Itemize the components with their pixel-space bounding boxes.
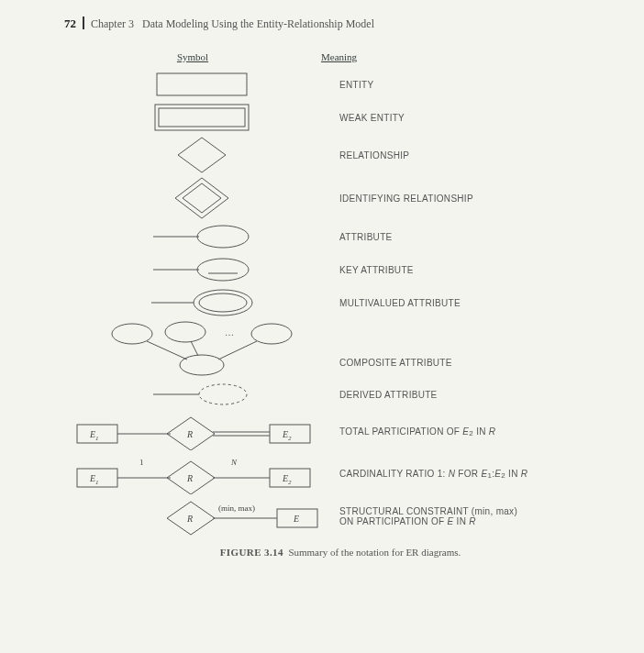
multivalued-attribute-icon [150,288,254,317]
svg-text:E2: E2 [282,429,292,442]
figure-number: FIGURE 3.14 [220,547,283,558]
page-scan: 72 Chapter 3 Data Modeling Using the Ent… [0,0,644,567]
separator-bar [83,17,84,29]
svg-text:R: R [186,429,193,439]
svg-point-9 [197,259,249,281]
label-attribute: ATTRIBUTE [339,232,393,242]
row-attribute: ATTRIBUTE [64,220,616,253]
label-ident-relationship: IDENTIFYING RELATIONSHIP [339,194,473,204]
row-multivalued-attribute: MULTIVALUED ATTRIBUTE [64,286,616,319]
chapter-label: Chapter 3 [91,17,134,30]
svg-text:E: E [293,514,299,524]
row-relationship: RELATIONSHIP [64,134,616,176]
label-cardinality: CARDINALITY RATIO 1: N FOR E1:E2 IN R [339,469,527,480]
label-weak-entity: WEAK ENTITY [339,113,405,123]
svg-point-15 [112,324,152,344]
composite-attribute-icon: … [101,319,303,378]
row-composite-attribute: … COMPOSITE ATTRIBUTE [64,319,616,378]
svg-point-7 [197,226,249,248]
weak-entity-icon [154,104,250,131]
figure-caption: FIGURE 3.14 Summary of the notation for … [64,547,616,558]
row-ident-relationship: IDENTIFYING RELATIONSHIP [64,176,616,220]
running-head: 72 Chapter 3 Data Modeling Using the Ent… [64,17,616,31]
header-meaning: Meaning [321,51,357,62]
caption-text: Summary of the notation for ER diagrams. [288,547,461,558]
svg-text:N: N [230,458,238,467]
svg-text:1: 1 [139,458,144,467]
identifying-relationship-icon [173,176,230,220]
label-relationship: RELATIONSHIP [339,150,409,160]
page-number: 72 [64,17,76,30]
header-symbol: Symbol [64,51,321,62]
svg-rect-0 [157,73,247,95]
svg-point-13 [199,293,247,312]
label-entity: ENTITY [339,80,373,90]
derived-attribute-icon [151,382,252,406]
row-weak-entity: WEAK ENTITY [64,101,616,134]
svg-text:R: R [186,473,193,483]
row-total-participation: E1 R E2 TOTAL PARTICIPATION OF E2 IN R [64,411,616,453]
svg-text:R: R [186,514,193,524]
entity-icon [156,72,248,96]
dots-icon: … [225,327,234,338]
row-structural: R (min, max) E STRUCTURAL CONSTRAINT (mi… [64,495,616,537]
svg-text:E1: E1 [89,429,99,442]
total-participation-icon: E1 R E2 [73,414,330,450]
svg-line-18 [147,341,187,360]
label-multivalued-attribute: MULTIVALUED ATTRIBUTE [339,298,461,308]
row-entity: ENTITY [64,68,616,101]
label-structural: STRUCTURAL CONSTRAINT (min, max) ON PART… [339,506,517,526]
svg-line-19 [191,341,198,356]
svg-text:E1: E1 [89,473,99,486]
svg-rect-2 [159,108,245,127]
svg-text:E2: E2 [282,473,292,486]
relationship-icon [176,136,228,174]
row-key-attribute: KEY ATTRIBUTE [64,253,616,286]
label-derived-attribute: DERIVED ATTRIBUTE [339,390,438,400]
chapter-title: Data Modeling Using the Entity-Relations… [142,17,374,30]
column-headers: Symbol Meaning [64,51,616,62]
attribute-icon [151,224,252,249]
row-cardinality: E1 1 R N E2 CARDINALITY RATIO 1: N FOR E… [64,453,616,495]
svg-marker-3 [178,138,226,172]
structural-constraint-icon: R (min, max) E [73,496,330,537]
svg-point-17 [251,324,292,344]
svg-point-16 [165,322,205,342]
svg-text:(min, max): (min, max) [218,504,255,513]
label-composite-attribute: COMPOSITE ATTRIBUTE [339,330,452,368]
row-derived-attribute: DERIVED ATTRIBUTE [64,378,616,411]
svg-line-20 [218,341,257,360]
svg-point-22 [199,384,247,404]
svg-point-14 [180,355,224,375]
label-total-participation: TOTAL PARTICIPATION OF E2 IN R [339,426,495,437]
key-attribute-icon [151,257,252,282]
cardinality-icon: E1 1 R N E2 [73,454,330,494]
label-key-attribute: KEY ATTRIBUTE [339,265,414,275]
